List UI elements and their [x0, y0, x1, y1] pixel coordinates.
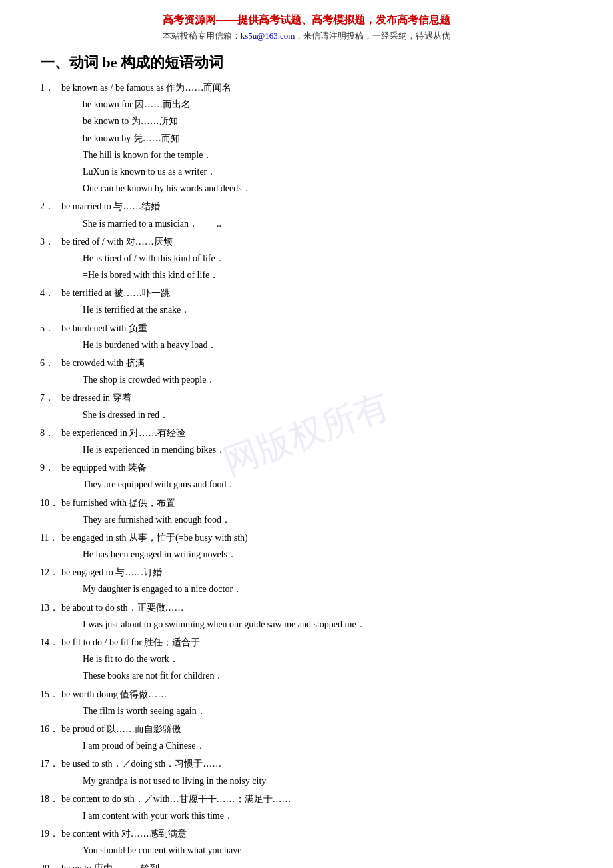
list-item: 20．be up to 应由……，轮到……It's up to her to a… [40, 860, 573, 868]
item-example: They are equipped with guns and food． [40, 476, 573, 493]
list-item: 17．be used to sth．／doing sth．习惯于……My gra… [40, 755, 573, 789]
list-item: 16．be proud of 以……而自影骄傲I am proud of bei… [40, 721, 573, 754]
item-number: 18． [40, 791, 61, 807]
list-item: 18．be content to do sth．／with…甘愿干干……；满足于… [40, 791, 573, 824]
item-example: =He is bored with this kind of life． [40, 267, 573, 283]
item-text: be tired of / with 对……厌烦 [61, 233, 173, 250]
item-number: 17． [40, 755, 61, 772]
item-example: The hill is known for the temple． [40, 147, 573, 163]
item-main-line: 1．be known as / be famous as 作为……而闻名 [40, 79, 573, 96]
list-item: 15．be worth doing 值得做……The film is worth… [40, 686, 573, 719]
list-item: 12．be engaged to 与……订婚My daughter is eng… [40, 564, 573, 597]
list-item: 8．be experienced in 对……有经验He is experien… [40, 425, 573, 458]
item-main-line: 12．be engaged to 与……订婚 [40, 564, 573, 581]
email-link[interactable]: ks5u@163.com [241, 31, 295, 41]
item-example: I was just about to go swimming when our… [40, 616, 573, 633]
item-main-line: 20．be up to 应由……，轮到…… [40, 860, 573, 868]
item-example: She is married to a musician． .. [40, 215, 573, 232]
item-example: He is burdened with a heavy load． [40, 337, 573, 353]
item-text: be terrified at 被……吓一跳 [61, 285, 170, 301]
item-number: 20． [40, 860, 61, 868]
item-text: be about to do sth．正要做…… [61, 599, 184, 616]
item-main-line: 9．be equipped with 装备 [40, 459, 573, 476]
header-title: 高考资源网——提供高考试题、高考模拟题，发布高考信息题 [40, 13, 573, 27]
item-text: be up to 应由……，轮到…… [61, 860, 178, 868]
item-number: 10． [40, 495, 61, 511]
item-text: be experienced in 对……有经验 [61, 425, 185, 441]
item-number: 7． [40, 389, 61, 406]
item-sub: be known to 为……所知 [40, 113, 573, 129]
item-text: be equipped with 装备 [61, 459, 147, 476]
item-main-line: 7．be dressed in 穿着 [40, 389, 573, 406]
item-example: He is experienced in mending bikes． [40, 441, 573, 458]
item-example: My grandpa is not used to living in the … [40, 773, 573, 789]
item-number: 9． [40, 459, 61, 476]
item-number: 13． [40, 599, 61, 616]
item-text: be known as / be famous as 作为……而闻名 [61, 79, 231, 96]
item-main-line: 2．be married to 与……结婚 [40, 198, 573, 215]
item-example: I am proud of being a Chinese． [40, 737, 573, 754]
item-main-line: 18．be content to do sth．／with…甘愿干干……；满足于… [40, 791, 573, 807]
item-main-line: 10．be furnished with 提供，布置 [40, 495, 573, 511]
item-example: She is dressed in red． [40, 407, 573, 423]
item-main-line: 13．be about to do sth．正要做…… [40, 599, 573, 616]
item-example: My daughter is engaged to a nice doctor． [40, 581, 573, 597]
list-item: 2．be married to 与……结婚She is married to a… [40, 198, 573, 231]
item-text: be dressed in 穿着 [61, 389, 131, 406]
item-main-line: 15．be worth doing 值得做…… [40, 686, 573, 703]
item-main-line: 3．be tired of / with 对……厌烦 [40, 233, 573, 250]
item-example: He has been engaged in writing novels． [40, 546, 573, 563]
list-item: 6．be crowded with 挤满The shop is crowded … [40, 355, 573, 388]
item-example: You should be content with what you have [40, 842, 573, 859]
item-main-line: 14．be fit to do / be fit for 胜任；适合于 [40, 634, 573, 651]
item-number: 11． [40, 529, 61, 546]
list-item: 3．be tired of / with 对……厌烦He is tired of… [40, 233, 573, 284]
item-number: 3． [40, 233, 61, 250]
item-example: These books are not fit for children． [40, 667, 573, 684]
subtitle-post: ，来信请注明投稿，一经采纳，待遇从优 [295, 31, 450, 41]
item-main-line: 8．be experienced in 对……有经验 [40, 425, 573, 441]
item-example: I am content with your work this time． [40, 807, 573, 824]
item-example: LuXun is known to us as a writer． [40, 163, 573, 180]
list-item: 5．be burdened with 负重He is burdened with… [40, 320, 573, 353]
item-main-line: 11．be engaged in sth 从事，忙于(=be busy with… [40, 529, 573, 546]
list-item: 4．be terrified at 被……吓一跳He is terrified … [40, 285, 573, 318]
item-text: be crowded with 挤满 [61, 355, 145, 371]
item-main-line: 16．be proud of 以……而自影骄傲 [40, 721, 573, 737]
item-number: 4． [40, 285, 61, 301]
list-item: 7．be dressed in 穿着She is dressed in red． [40, 389, 573, 423]
item-text: be engaged to 与……订婚 [61, 564, 162, 581]
list-item: 1．be known as / be famous as 作为……而闻名be k… [40, 79, 573, 197]
item-number: 19． [40, 825, 61, 842]
item-text: be fit to do / be fit for 胜任；适合于 [61, 634, 200, 651]
item-sub: be known for 因……而出名 [40, 96, 573, 113]
item-number: 1． [40, 79, 61, 96]
item-number: 5． [40, 320, 61, 337]
item-text: be burdened with 负重 [61, 320, 147, 337]
item-number: 6． [40, 355, 61, 371]
item-example: They are furnished with enough food． [40, 511, 573, 528]
item-text: be proud of 以……而自影骄傲 [61, 721, 181, 737]
item-sub: be known by 凭……而知 [40, 130, 573, 147]
list-item: 13．be about to do sth．正要做……I was just ab… [40, 599, 573, 633]
item-text: be married to 与……结婚 [61, 198, 160, 215]
item-number: 16． [40, 721, 61, 737]
section-title: 一、动词 be 构成的短语动词 [40, 53, 573, 73]
item-number: 15． [40, 686, 61, 703]
item-main-line: 19．be content with 对……感到满意 [40, 825, 573, 842]
list-item: 10．be furnished with 提供，布置They are furni… [40, 495, 573, 528]
list-item: 9．be equipped with 装备They are equipped w… [40, 459, 573, 493]
list-item: 14．be fit to do / be fit for 胜任；适合于He is… [40, 634, 573, 685]
item-text: be engaged in sth 从事，忙于(=be busy with st… [61, 529, 248, 546]
list-item: 11．be engaged in sth 从事，忙于(=be busy with… [40, 529, 573, 563]
item-number: 2． [40, 198, 61, 215]
item-text: be furnished with 提供，布置 [61, 495, 175, 511]
item-number: 12． [40, 564, 61, 581]
list-item: 19．be content with 对……感到满意You should be … [40, 825, 573, 859]
item-text: be used to sth．／doing sth．习惯于…… [61, 755, 221, 772]
subtitle-pre: 本站投稿专用信箱： [163, 31, 241, 41]
content-area: 1．be known as / be famous as 作为……而闻名be k… [40, 79, 573, 868]
item-text: be content with 对……感到满意 [61, 825, 187, 842]
header-subtitle: 本站投稿专用信箱：ks5u@163.com，来信请注明投稿，一经采纳，待遇从优 [40, 30, 573, 42]
item-main-line: 4．be terrified at 被……吓一跳 [40, 285, 573, 301]
